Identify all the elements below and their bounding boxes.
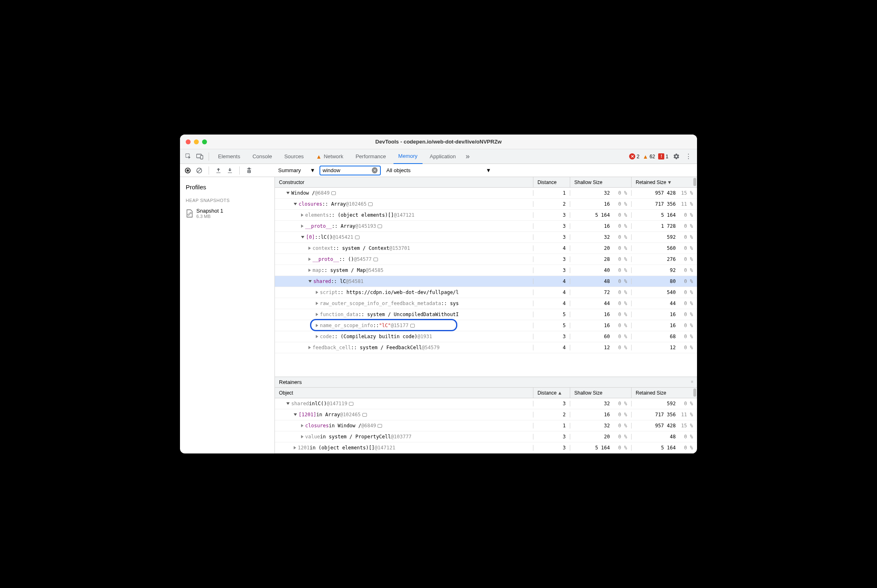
expand-icon[interactable] [294, 446, 296, 449]
table-row[interactable]: shared in lC() @1471193320 %5920 % [275, 398, 697, 409]
popout-icon[interactable] [410, 324, 415, 328]
expand-icon[interactable] [316, 324, 318, 327]
col-shallow-r[interactable]: Shallow Size [570, 388, 632, 398]
collapse-icon[interactable] [308, 280, 312, 283]
clear-filter-icon[interactable]: ✕ [372, 167, 377, 173]
col-distance[interactable]: Distance [533, 177, 570, 187]
popout-icon[interactable] [368, 202, 373, 206]
table-row[interactable]: raw_outer_scope_info_or_feedback_metadat… [275, 298, 697, 309]
collapse-icon[interactable] [286, 192, 290, 194]
scope-dropdown[interactable]: All objects▼ [387, 167, 491, 173]
expand-icon[interactable] [316, 302, 318, 305]
drag-handle-icon[interactable]: ≡ [691, 379, 694, 384]
separator [239, 166, 240, 175]
collapse-icon[interactable] [294, 413, 297, 416]
snapshot-icon [186, 210, 193, 217]
expand-icon[interactable] [301, 213, 304, 217]
expand-icon[interactable] [308, 258, 311, 261]
table-row[interactable]: [1201] in Array @1024652160 %717 35611 % [275, 409, 697, 420]
col-shallow[interactable]: Shallow Size [570, 177, 632, 187]
table-row[interactable]: context :: system / Context @1537014200 … [275, 243, 697, 254]
popout-icon[interactable] [378, 224, 382, 228]
col-retained-r[interactable]: Retained Size [632, 388, 697, 398]
table-row[interactable]: feedback_cell :: system / FeedbackCell @… [275, 342, 697, 353]
table-row[interactable]: function_data :: system / UncompiledData… [275, 309, 697, 320]
tab-sources[interactable]: Sources [279, 149, 309, 164]
col-constructor[interactable]: Constructor [275, 177, 533, 187]
svg-rect-8 [247, 168, 251, 169]
expand-icon[interactable] [308, 269, 311, 272]
svg-rect-7 [248, 168, 250, 168]
table-row[interactable]: __proto__ :: Array @1451933160 %1 7280 % [275, 221, 697, 232]
inspect-icon[interactable] [184, 152, 193, 161]
table-row[interactable]: map :: system / Map @545853400 %920 % [275, 265, 697, 276]
svg-point-4 [187, 169, 189, 172]
minimize-window-button[interactable] [194, 139, 199, 144]
expand-icon[interactable] [316, 291, 318, 294]
table-row[interactable]: shared :: lC @545814480 %800 % [275, 276, 697, 287]
record-icon[interactable] [184, 167, 191, 174]
error-count[interactable]: ✕2 [629, 153, 639, 159]
clear-icon[interactable] [196, 167, 203, 174]
popout-icon[interactable] [373, 258, 378, 261]
table-row[interactable]: closures :: Array @1024652160 %717 35611… [275, 199, 697, 210]
download-icon[interactable] [226, 167, 234, 174]
gc-icon[interactable] [245, 167, 253, 174]
expand-icon[interactable] [316, 335, 318, 338]
svg-rect-9 [249, 169, 250, 173]
expand-icon[interactable] [316, 313, 318, 316]
popout-icon[interactable] [349, 402, 353, 406]
tab-performance[interactable]: Performance [351, 149, 391, 164]
zoom-window-button[interactable] [202, 139, 207, 144]
warning-count[interactable]: ▲62 [643, 153, 655, 160]
device-toolbar-icon[interactable] [196, 152, 205, 161]
popout-icon[interactable] [378, 424, 382, 428]
expand-icon[interactable] [301, 424, 304, 427]
memory-toolbar: Summary▼ ✕ All objects▼ [180, 164, 697, 177]
table-row[interactable]: closures in Window / @68491320 %957 4281… [275, 420, 697, 431]
table-row[interactable]: value in system / PropertyCell @10377732… [275, 431, 697, 442]
retainer-rows[interactable]: shared in lC() @1471193320 %5920 %[1201]… [275, 398, 697, 453]
filter-text[interactable] [323, 167, 371, 173]
table-row[interactable]: Window / @68491320 %957 42815 % [275, 188, 697, 199]
table-row[interactable]: [0] :: lC() @1454213320 %5920 % [275, 232, 697, 243]
issue-count[interactable]: !1 [658, 153, 668, 159]
table-row[interactable]: name_or_scope_info :: "lC" @151775160 %1… [275, 320, 697, 331]
tab-memory[interactable]: Memory [394, 149, 423, 164]
table-row[interactable]: 1201 in (object elements)[] @14712135 16… [275, 442, 697, 453]
more-tabs-icon[interactable]: » [463, 152, 472, 161]
collapse-icon[interactable] [286, 402, 290, 405]
table-row[interactable]: script :: https://cdpn.io/web-dot-dev/fu… [275, 287, 697, 298]
snapshot-item[interactable]: Snapshot 1 6.3 MB [180, 205, 274, 221]
col-distance-r[interactable]: Distance▲ [533, 388, 570, 398]
constructor-rows[interactable]: Window / @68491320 %957 42815 %closures … [275, 188, 697, 377]
expand-icon[interactable] [308, 247, 311, 250]
tab-network[interactable]: ▲Network [311, 149, 349, 164]
popout-icon[interactable] [331, 191, 336, 195]
separator [209, 153, 209, 161]
tab-elements[interactable]: Elements [213, 149, 245, 164]
settings-icon[interactable] [672, 152, 681, 161]
table-row[interactable]: code :: (CompileLazy builtin code) @1931… [275, 331, 697, 342]
scrollbar-thumb[interactable] [693, 388, 696, 397]
table-row[interactable]: __proto__ :: () @545773280 %2760 % [275, 254, 697, 265]
class-filter-input[interactable]: ✕ [319, 166, 381, 175]
expand-icon[interactable] [301, 224, 304, 228]
collapse-icon[interactable] [301, 236, 304, 238]
view-dropdown[interactable]: Summary▼ [278, 167, 315, 173]
expand-icon[interactable] [308, 346, 311, 349]
tab-console[interactable]: Console [247, 149, 277, 164]
kebab-menu-icon[interactable]: ⋮ [684, 152, 693, 161]
expand-icon[interactable] [301, 435, 304, 438]
window-title: DevTools - codepen.io/web-dot-dev/live/o… [376, 139, 502, 145]
upload-icon[interactable] [215, 167, 222, 174]
table-row[interactable]: elements :: (object elements)[] @1471213… [275, 210, 697, 221]
tab-application[interactable]: Application [425, 149, 461, 164]
col-retained[interactable]: Retained Size▼ [632, 177, 697, 187]
scrollbar-thumb[interactable] [693, 178, 696, 186]
close-window-button[interactable] [186, 139, 191, 144]
col-object[interactable]: Object [275, 388, 533, 398]
popout-icon[interactable] [355, 236, 360, 239]
collapse-icon[interactable] [294, 203, 297, 205]
popout-icon[interactable] [362, 413, 367, 417]
